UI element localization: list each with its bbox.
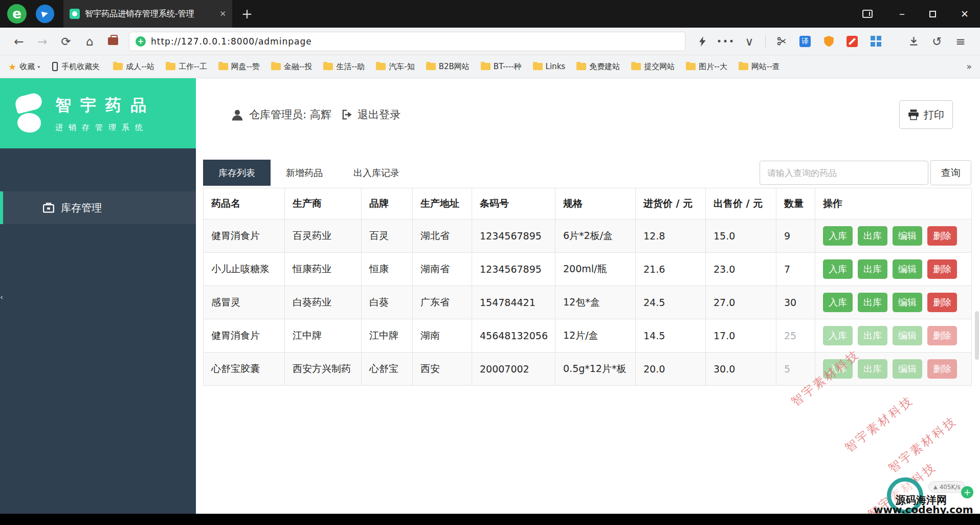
bookmark-folder[interactable]: 汽车-知 <box>376 62 414 72</box>
browser-logo-icon[interactable]: e <box>7 4 27 24</box>
column-header: 品牌 <box>362 188 413 220</box>
url-text[interactable]: http://127.0.0.1:8000/adminpage <box>151 36 312 47</box>
cell-address: 湖南省 <box>413 253 472 286</box>
bookmarks-overflow-icon[interactable]: » <box>962 61 972 72</box>
address-bar[interactable]: + http://127.0.0.1:8000/adminpage <box>129 32 685 51</box>
translate-icon[interactable]: 译 <box>793 36 817 47</box>
in-stock-button[interactable]: 入库 <box>823 226 853 246</box>
scissors-icon[interactable] <box>770 36 793 46</box>
delete-button[interactable]: 删除 <box>927 259 957 279</box>
printer-icon <box>908 110 919 120</box>
bookmark-folder[interactable]: 工作--工 <box>166 62 207 72</box>
main-content: 仓库管理员: 高辉 退出登录 打印 库存列表新增药品出入库记录 查询 <box>196 78 980 514</box>
edit-button[interactable]: 编辑 <box>893 326 922 345</box>
table-row: 健胃消食片江中牌江中牌湖南4564813205612片/盒14.517.025入… <box>204 319 972 353</box>
delete-button[interactable]: 删除 <box>927 293 957 312</box>
row-actions: 入库出库编辑删除 <box>815 253 972 286</box>
back-button[interactable]: ← <box>7 35 31 48</box>
cell-qty: 30 <box>776 286 815 319</box>
sidebar-collapse-handle[interactable]: ‹ <box>0 292 3 302</box>
quick-launch-icon[interactable] <box>36 5 54 23</box>
sidebar-item-inventory[interactable]: 库存管理 <box>0 191 196 224</box>
table-row: 小儿止咳糖浆恒康药业恒康湖南省1234567895200ml/瓶21.623.0… <box>204 253 972 286</box>
caret-down-icon[interactable]: ▾ <box>37 64 40 70</box>
phone-favorites-label[interactable]: 手机收藏夹 <box>61 62 100 72</box>
more-icon[interactable]: ••• <box>714 36 738 47</box>
edit-button[interactable]: 编辑 <box>893 293 922 312</box>
tab-close-icon[interactable]: ✕ <box>219 9 226 18</box>
bookmark-folder[interactable]: 网盘--赞 <box>218 62 260 72</box>
download-icon[interactable] <box>902 36 925 46</box>
content-panel: 库存列表新增药品出入库记录 查询 药品名生产商品牌生产地址条码号规格进货价 / … <box>203 160 971 386</box>
content-tab[interactable]: 新增药品 <box>271 160 338 186</box>
logout-link[interactable]: 退出登录 <box>341 107 400 122</box>
content-tab[interactable]: 出入库记录 <box>338 160 415 186</box>
bookmark-folder[interactable]: BT----种 <box>481 62 522 72</box>
bookmark-folder[interactable]: 成人--站 <box>113 62 154 72</box>
lightning-icon[interactable] <box>691 36 714 47</box>
bookmark-folder[interactable]: 提交网站 <box>631 62 675 72</box>
forward-button[interactable]: → <box>31 35 54 48</box>
in-stock-button[interactable]: 入库 <box>823 259 853 279</box>
bookmark-folder[interactable]: 网站--查 <box>739 62 780 72</box>
site-safety-icon[interactable]: + <box>136 36 146 47</box>
shield-icon[interactable] <box>817 36 840 47</box>
apps-grid-icon[interactable] <box>864 36 887 47</box>
out-stock-button[interactable]: 出库 <box>858 226 887 246</box>
maximize-button[interactable] <box>929 11 936 17</box>
content-tab[interactable]: 库存列表 <box>203 160 271 186</box>
bookmark-folder-label: 工作--工 <box>179 62 207 72</box>
out-stock-button[interactable]: 出库 <box>858 359 887 379</box>
cell-purchase: 21.6 <box>636 253 706 286</box>
out-stock-button[interactable]: 出库 <box>858 326 887 345</box>
close-button[interactable]: ✕ <box>961 8 969 19</box>
brand: 智宇药品 进销存管理系统 <box>0 78 196 148</box>
column-header: 进货价 / 元 <box>636 188 706 220</box>
browser-tab[interactable]: 智宇药品进销存管理系统-管理 ✕ <box>63 0 232 28</box>
delete-button[interactable]: 删除 <box>927 359 957 379</box>
tab-title: 智宇药品进销存管理系统-管理 <box>85 9 214 19</box>
bookmark-folder[interactable]: 生活--助 <box>323 62 365 72</box>
cell-spec: 6片*2板/盒 <box>555 220 636 253</box>
window-controls: – ✕ <box>862 8 980 19</box>
delete-button[interactable]: 删除 <box>927 326 957 345</box>
bookmark-folder[interactable]: B2B网站 <box>426 62 470 72</box>
out-stock-button[interactable]: 出库 <box>858 259 887 279</box>
edit-button[interactable]: 编辑 <box>893 359 922 379</box>
bookmark-folder[interactable]: 金融--投 <box>271 62 313 72</box>
search-button[interactable]: 查询 <box>930 160 971 185</box>
bookmark-folder[interactable]: 免费建站 <box>576 62 620 72</box>
folder-icon <box>686 63 696 70</box>
minimize-button[interactable]: – <box>899 8 905 19</box>
folder-icon <box>166 63 175 70</box>
cell-manufacturer: 白葵药业 <box>285 286 362 319</box>
cell-brand: 江中牌 <box>362 319 413 353</box>
in-stock-button[interactable]: 入库 <box>823 359 853 379</box>
print-button[interactable]: 打印 <box>899 100 953 129</box>
undo-icon[interactable]: ↺ <box>925 35 949 48</box>
brand-logo-icon <box>11 94 47 134</box>
in-stock-button[interactable]: 入库 <box>823 293 853 312</box>
bookmark-folder-label: 金融--投 <box>284 62 313 72</box>
plus-glyph: + <box>964 487 971 497</box>
page-scrollbar[interactable] <box>975 311 979 360</box>
cell-spec: 200ml/瓶 <box>555 253 636 286</box>
extension-icon[interactable] <box>840 36 864 47</box>
expand-button[interactable]: + <box>961 486 973 498</box>
menu-icon[interactable]: ≡ <box>949 35 972 48</box>
edit-button[interactable]: 编辑 <box>893 259 922 279</box>
workbench-icon[interactable] <box>101 37 125 45</box>
out-stock-button[interactable]: 出库 <box>858 293 887 312</box>
home-button[interactable]: ⌂ <box>78 35 101 48</box>
workspace-icon[interactable] <box>862 10 873 18</box>
search-input[interactable] <box>760 161 928 185</box>
refresh-button[interactable]: ⟳ <box>54 35 78 48</box>
in-stock-button[interactable]: 入库 <box>823 326 853 345</box>
bookmark-folder[interactable]: 图片--大 <box>686 62 727 72</box>
delete-button[interactable]: 删除 <box>927 226 957 246</box>
new-tab-button[interactable]: + <box>241 6 253 21</box>
chevron-down-icon[interactable]: ∨ <box>738 35 761 48</box>
favorites-label[interactable]: 收藏 <box>19 62 35 72</box>
bookmark-folder[interactable]: Links <box>533 62 566 71</box>
edit-button[interactable]: 编辑 <box>893 226 922 246</box>
